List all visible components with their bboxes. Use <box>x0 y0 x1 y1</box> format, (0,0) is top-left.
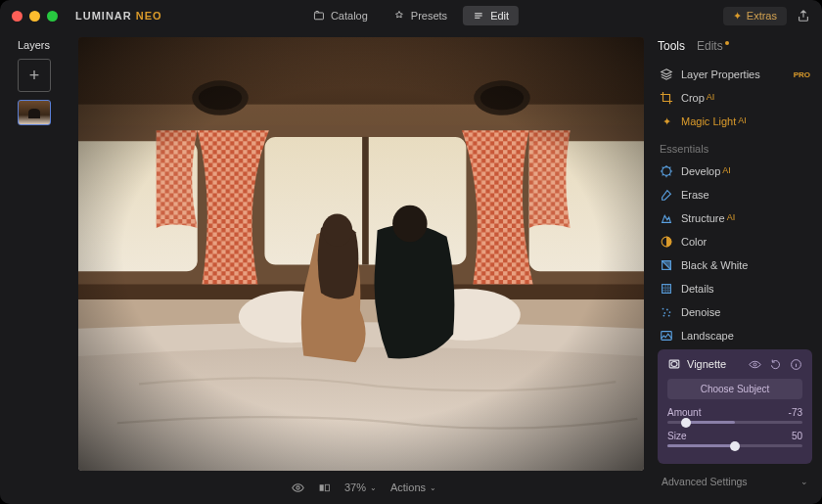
actions-dropdown[interactable]: Actions ⌄ <box>390 481 436 493</box>
nav-edit[interactable]: Edit <box>463 6 519 25</box>
catalog-icon <box>313 10 325 22</box>
image-canvas[interactable] <box>78 37 644 471</box>
svg-rect-23 <box>320 484 324 491</box>
nav-catalog[interactable]: Catalog <box>303 6 378 25</box>
minimize-window-button[interactable] <box>29 11 40 22</box>
canvas-bottom-bar: 37% ⌄ Actions ⌄ <box>78 471 650 504</box>
tool-label: Magic LightAI <box>681 115 747 127</box>
share-icon[interactable] <box>797 9 810 23</box>
tool-bw[interactable]: Black & White <box>658 253 812 277</box>
zoom-dropdown[interactable]: 37% ⌄ <box>344 481 377 493</box>
layer-thumbnail[interactable] <box>18 100 51 125</box>
color-icon <box>660 235 673 249</box>
photo-preview <box>78 37 644 471</box>
brand-text-2: NEO <box>132 10 162 22</box>
slider-size: Size50 <box>667 431 802 447</box>
layers-panel: Layers + <box>0 31 78 504</box>
sparkle-icon: ✦ <box>733 10 742 23</box>
tool-label: Black & White <box>681 259 748 271</box>
vignette-label: Vignette <box>687 358 726 370</box>
amount-slider-thumb[interactable] <box>681 418 691 428</box>
amount-slider[interactable] <box>667 421 802 424</box>
premium-indicator: AI <box>738 115 747 125</box>
svg-point-29 <box>662 308 664 310</box>
vignette-header[interactable]: Vignette <box>667 357 802 371</box>
compare-toggle[interactable] <box>318 481 331 494</box>
tool-label: Erase <box>681 189 709 201</box>
nav-presets-label: Presets <box>411 10 447 22</box>
tool-crop[interactable]: CropAI <box>658 86 812 110</box>
add-layer-button[interactable]: + <box>18 59 51 92</box>
top-nav: Catalog Presets Edit <box>303 6 519 25</box>
bw-icon <box>660 258 673 272</box>
svg-point-30 <box>666 309 668 311</box>
choose-subject-button[interactable]: Choose Subject <box>667 379 802 399</box>
extras-button[interactable]: ✦ Extras <box>723 7 787 25</box>
tool-structure[interactable]: StructureAI <box>658 206 812 230</box>
advanced-settings-toggle[interactable]: Advanced Settings ⌄ <box>658 470 812 493</box>
tool-landscape[interactable]: Landscape <box>658 324 812 347</box>
close-window-button[interactable] <box>12 11 23 22</box>
right-panel-tabs: Tools Edits <box>658 39 812 53</box>
size-slider[interactable] <box>667 444 802 447</box>
canvas-area: 37% ⌄ Actions ⌄ <box>78 31 650 504</box>
app-window: LUMINAR NEO Catalog Presets Edit ✦ Extra… <box>0 0 822 504</box>
titlebar: LUMINAR NEO Catalog Presets Edit ✦ Extra… <box>0 0 822 31</box>
titlebar-right: ✦ Extras <box>723 7 810 25</box>
size-slider-thumb[interactable] <box>730 441 740 451</box>
vignette-header-icons <box>749 358 802 371</box>
actions-label: Actions <box>390 481 426 493</box>
tool-magic-light[interactable]: ✦ Magic LightAI <box>658 110 812 133</box>
svg-point-37 <box>671 362 677 367</box>
compare-icon <box>318 481 331 494</box>
erase-icon <box>660 188 673 202</box>
section-essentials: Essentials <box>660 143 812 155</box>
svg-point-33 <box>663 315 665 317</box>
window-controls <box>12 11 58 22</box>
edits-indicator-dot <box>725 41 729 45</box>
chevron-down-icon: ⌄ <box>800 477 808 486</box>
extras-label: Extras <box>747 10 777 22</box>
tool-denoise[interactable]: Denoise <box>658 300 812 324</box>
svg-rect-0 <box>314 13 323 20</box>
tool-label: Layer Properties <box>681 69 760 80</box>
crop-icon <box>660 91 673 105</box>
maximize-window-button[interactable] <box>47 11 58 22</box>
chevron-down-icon: ⌄ <box>430 483 436 492</box>
view-original-toggle[interactable] <box>292 481 304 494</box>
svg-rect-21 <box>78 37 644 471</box>
tab-edits[interactable]: Edits <box>697 39 729 53</box>
sparkle-icon: ✦ <box>660 115 673 128</box>
svg-point-34 <box>668 315 670 317</box>
advanced-label: Advanced Settings <box>662 476 748 487</box>
svg-rect-28 <box>662 285 671 294</box>
visibility-icon[interactable] <box>749 358 761 371</box>
eye-icon <box>292 481 304 494</box>
slider-amount: Amount-73 <box>667 407 802 424</box>
vignette-icon <box>667 357 681 371</box>
premium-indicator: AI <box>727 212 736 222</box>
tool-erase[interactable]: Erase <box>658 183 812 206</box>
app-brand: LUMINAR NEO <box>75 10 162 22</box>
pro-badge: PRO <box>794 70 810 79</box>
right-panel: Tools Edits Layer Properties PRO CropAI … <box>650 31 822 504</box>
tool-label: Denoise <box>681 306 720 318</box>
nav-presets[interactable]: Presets <box>384 6 457 25</box>
tool-develop[interactable]: DevelopAI <box>658 160 812 183</box>
tool-details[interactable]: Details <box>658 277 812 300</box>
presets-icon <box>393 10 405 22</box>
landscape-icon <box>660 329 673 343</box>
tool-label: Details <box>681 283 714 295</box>
zoom-value: 37% <box>344 481 366 493</box>
tool-color[interactable]: Color <box>658 230 812 253</box>
tab-tools[interactable]: Tools <box>658 39 685 53</box>
amount-label: Amount <box>667 407 701 418</box>
info-icon[interactable] <box>790 358 802 371</box>
tool-label: StructureAI <box>681 212 735 224</box>
svg-rect-24 <box>325 484 329 491</box>
structure-icon <box>660 211 673 225</box>
svg-point-31 <box>663 312 665 314</box>
tool-layer-properties[interactable]: Layer Properties PRO <box>658 63 812 86</box>
reset-icon[interactable] <box>769 358 782 371</box>
nav-edit-label: Edit <box>490 10 509 22</box>
